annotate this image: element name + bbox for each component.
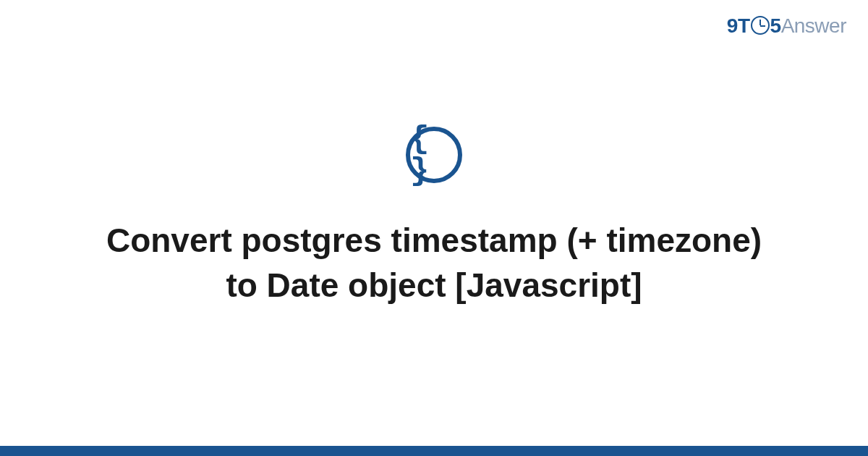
site-logo: 9T5Answer [727,14,846,38]
question-title: Convert postgres timestamp (+ timezone) … [87,218,781,308]
logo-prefix: 9T [727,14,750,37]
code-braces-icon: { } [410,123,458,187]
main-content: { } Convert postgres timestamp (+ timezo… [0,0,868,456]
clock-icon [751,16,770,35]
logo-word: Answer [781,14,846,37]
footer-accent-bar [0,446,868,456]
logo-suffix: 5 [770,14,781,37]
category-badge: { } [406,127,462,183]
